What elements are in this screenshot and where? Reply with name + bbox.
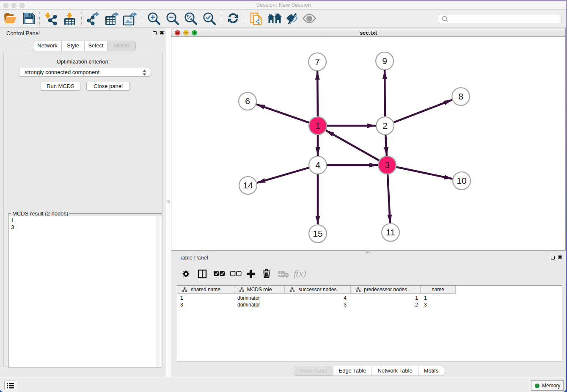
svg-text:3: 3: [385, 160, 390, 170]
svg-text:7: 7: [315, 57, 320, 66]
svg-text:4: 4: [315, 160, 320, 170]
svg-text:14: 14: [243, 180, 253, 190]
svg-text:1: 1: [315, 121, 320, 130]
svg-text:6: 6: [245, 96, 250, 106]
svg-text:15: 15: [313, 229, 322, 238]
svg-text:9: 9: [382, 56, 387, 66]
svg-text:8: 8: [458, 91, 463, 101]
svg-text:11: 11: [386, 227, 395, 237]
svg-text:2: 2: [383, 121, 388, 130]
svg-text:10: 10: [457, 176, 466, 185]
